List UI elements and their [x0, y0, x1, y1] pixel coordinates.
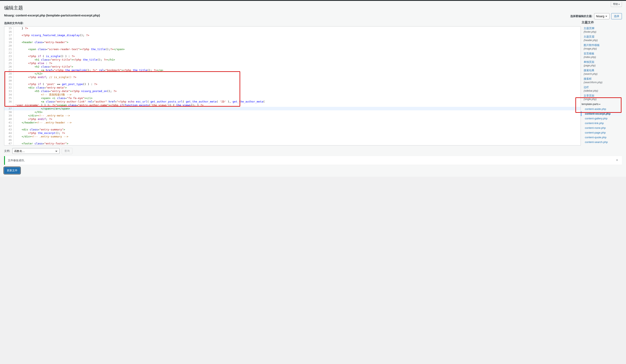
code-line[interactable]: 39 </div><!-- .entry-meta --> — [4, 114, 581, 117]
code-line[interactable]: 24 <h1 class="entry-title"><?php the_tit… — [4, 58, 581, 62]
template-part-file[interactable]: content-excerpt.php — [581, 111, 622, 116]
code-line[interactable]: 42 — [4, 124, 581, 128]
code-line[interactable]: 15 } ?> — [4, 27, 581, 30]
code-line[interactable]: 45 </div><!-- .entry-summary --> — [4, 135, 581, 138]
code-line[interactable]: 31 <?php if ( 'post' == get_post_type() … — [4, 82, 581, 86]
help-tab[interactable]: 帮助 — [611, 2, 622, 7]
code-line[interactable]: 20 — [4, 44, 581, 47]
code-line[interactable]: 33 <h5 class="entry-date"><?php nisarg_p… — [4, 89, 581, 93]
docs-label: 文档: — [4, 149, 10, 153]
success-notice: 文件修改成功。 ✕ — [4, 156, 622, 165]
code-line[interactable]: 34 <!-- 添加阅读计数 --> — [4, 93, 581, 96]
code-line[interactable]: 18 — [4, 37, 581, 40]
code-line[interactable]: 46 — [4, 138, 581, 142]
code-line[interactable]: 16 — [4, 30, 581, 33]
theme-files-header: 主题文件 — [581, 19, 622, 26]
code-line[interactable]: 44 <?php the_excerpt(); ?> — [4, 131, 581, 135]
code-line[interactable]: 41 </header><!-- .entry-header --> — [4, 121, 581, 124]
code-line[interactable]: 25 <?php else : ?> — [4, 62, 581, 65]
template-part-file[interactable]: content-page.php — [581, 130, 622, 135]
code-editor[interactable]: 15 } ?>16 17 <?php nisarg_featured_image… — [4, 26, 581, 145]
notice-text: 文件修改成功。 — [8, 159, 27, 162]
theme-file-item[interactable]: 边栏(sidebar.php) — [581, 85, 622, 93]
theme-file-item[interactable]: 主题页脚(footer.php) — [581, 26, 622, 34]
template-part-file[interactable]: content-gallery.php — [581, 116, 622, 121]
template-part-file[interactable]: content-search.php — [581, 140, 622, 144]
theme-file-item[interactable]: 首页模板(index.php) — [581, 51, 622, 59]
theme-file-item[interactable]: 单独页面(page.php) — [581, 59, 622, 68]
template-part-file[interactable]: content-aside.php — [581, 107, 622, 111]
code-line[interactable]: 29 <?php endif; // is_single() ?> — [4, 75, 581, 79]
code-line[interactable]: 32 <div class="entry-meta"> — [4, 86, 581, 89]
code-line[interactable]: 37 </span></a></span> — [4, 107, 581, 110]
code-line[interactable]: 22 — [4, 51, 581, 54]
code-line[interactable]: 36 <a class="entry-author-link" rel="aut… — [4, 100, 581, 103]
code-line[interactable]: 26 <h2 class="entry-title"> — [4, 65, 581, 68]
folder-template-parts[interactable]: template-parts — [581, 101, 622, 107]
function-select[interactable]: 函数名… — [12, 148, 60, 154]
code-line[interactable]: 30 — [4, 79, 581, 82]
page-title: 编辑主题 — [4, 3, 622, 12]
update-file-button[interactable]: 更新文件 — [4, 167, 20, 174]
theme-file-item[interactable]: 搜索框(searchform.php) — [581, 76, 622, 85]
theme-select[interactable]: Nisarg — [594, 13, 610, 19]
dismiss-notice-icon[interactable]: ✕ — [615, 158, 619, 163]
theme-file-item[interactable]: 主题页眉(header.php) — [581, 34, 622, 42]
code-line[interactable]: 35 <span> <i class="fa fa-eye"></i> — [4, 96, 581, 100]
lookup-button[interactable]: 查询 — [62, 148, 72, 154]
file-heading: Nisarg: content-excerpt.php (template-pa… — [4, 14, 100, 17]
code-line[interactable]: 40 <?php endif; ?> — [4, 117, 581, 121]
theme-file-item[interactable]: 文章页面(single.php) — [581, 93, 622, 101]
code-line-wrap[interactable]: 'user_nicename' ) ) ); ?>"><span class="… — [4, 103, 581, 107]
code-line[interactable]: 47 <footer class="entry-footer"> — [4, 142, 581, 145]
code-line[interactable]: 43 <div class="entry-summary"> — [4, 128, 581, 131]
code-line[interactable]: 19 <header class="entry-header"> — [4, 40, 581, 44]
theme-select-label: 选择要编辑的主题: — [570, 14, 592, 18]
template-part-file[interactable]: content-none.php — [581, 126, 622, 130]
code-line[interactable]: 23 <?php if ( is_single() ) : ?> — [4, 54, 581, 58]
code-line[interactable]: 27 <a href="<?php the_permalink(); ?>" r… — [4, 68, 581, 72]
code-line[interactable]: 38 </h5> — [4, 110, 581, 114]
selected-file-label: 选择的文件内容: — [4, 21, 581, 25]
theme-file-item[interactable]: 搜索结果(search.php) — [581, 68, 622, 76]
code-line[interactable]: 17 <?php nisarg_featured_image_disaplay(… — [4, 33, 581, 37]
template-part-file[interactable]: content-quote.php — [581, 135, 622, 140]
code-line[interactable]: 21 <span class="screen-reader-text"><?ph… — [4, 47, 581, 51]
theme-file-item[interactable]: 图片附件模板(image.php) — [581, 42, 622, 51]
template-part-file[interactable]: content-link.php — [581, 121, 622, 126]
code-line[interactable]: 28 </h2> — [4, 72, 581, 75]
select-button[interactable]: 选择 — [611, 13, 622, 19]
